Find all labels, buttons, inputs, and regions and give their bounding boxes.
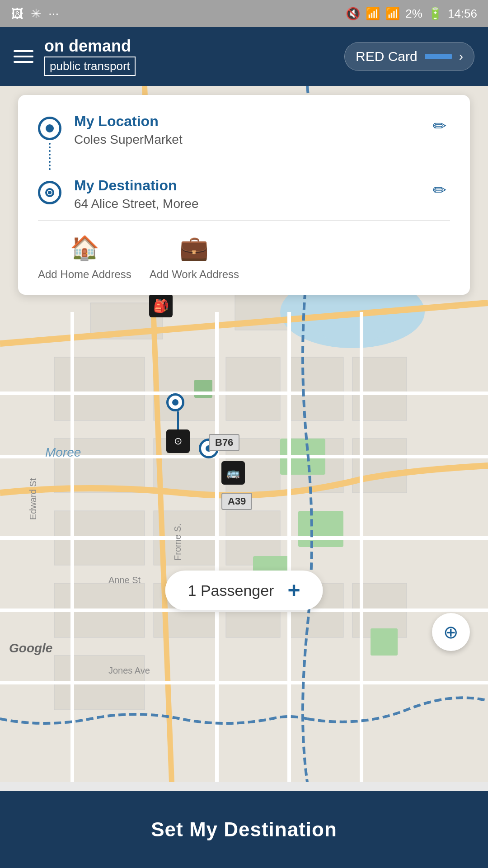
edit-destination-icon[interactable]: ✏ xyxy=(429,177,450,203)
pin-bag-icon: 🎒 xyxy=(149,294,173,317)
map-area[interactable]: Edward St Anne St Frome S. Jones Ave Mor… xyxy=(0,86,488,782)
svg-rect-20 xyxy=(226,357,280,420)
add-home-label: Add Home Address xyxy=(38,267,131,281)
crosshair-icon: ⊕ xyxy=(443,622,459,642)
google-label: Google xyxy=(9,641,52,655)
brand-top-text: on demand xyxy=(44,37,136,55)
battery-icon: 🔋 xyxy=(428,7,442,21)
brand-logo: on demand public transport xyxy=(44,37,136,76)
passenger-counter[interactable]: 1 Passenger + xyxy=(165,571,323,610)
brand-bottom-text: public transport xyxy=(44,57,136,76)
svg-text:Jones Ave: Jones Ave xyxy=(108,665,150,675)
current-location-button[interactable]: ⊕ xyxy=(432,613,470,651)
chevron-right-icon: › xyxy=(459,49,463,64)
passenger-add-button[interactable]: + xyxy=(287,580,300,601)
status-right: 🔇 📶 📶 2% 🔋 14:56 xyxy=(346,7,477,21)
pin-stem-lower xyxy=(177,411,179,429)
google-watermark: Google xyxy=(9,641,52,656)
work-icon: 💼 xyxy=(179,234,209,262)
destination-dot-ring xyxy=(45,188,54,197)
add-home-button[interactable]: 🏠 Add Home Address xyxy=(38,234,131,281)
my-destination-label: My Destination xyxy=(74,177,417,194)
my-location-text: My Location Coles SuperMarket xyxy=(74,113,417,147)
edit-location-icon[interactable]: ✏ xyxy=(429,113,450,139)
gallery-icon: 🖼 xyxy=(11,6,23,21)
pin-dot-lower xyxy=(166,393,184,411)
location-card: My Location Coles SuperMarket ✏ My Desti… xyxy=(18,95,470,295)
pin-dot-inner-lower xyxy=(172,399,178,406)
svg-text:Anne St: Anne St xyxy=(108,575,141,585)
battery-text: 2% xyxy=(405,7,422,21)
set-destination-button[interactable]: Set My Destination xyxy=(0,791,488,868)
status-bar: 🖼 ✳ ··· 🔇 📶 📶 2% 🔋 14:56 xyxy=(0,0,488,27)
svg-rect-35 xyxy=(371,628,398,656)
pin-bag-icon-lower: ⊙ xyxy=(166,429,190,453)
my-location-value: Coles SuperMarket xyxy=(74,132,417,147)
svg-text:Frome S.: Frome S. xyxy=(173,524,183,561)
b76-label: B76 xyxy=(215,437,233,448)
svg-text:Edward St: Edward St xyxy=(28,478,38,520)
clock: 14:56 xyxy=(448,7,477,21)
wifi-icon: ✳ xyxy=(31,6,41,21)
bus-pin: 🚌 xyxy=(221,461,245,485)
my-location-label: My Location xyxy=(74,113,417,130)
svg-text:Moree: Moree xyxy=(45,445,81,459)
bag-icon: 🎒 xyxy=(153,298,169,313)
add-work-button[interactable]: 💼 Add Work Address xyxy=(150,234,239,281)
wifi-signal-icon: 📶 xyxy=(366,7,380,21)
origin-dot-inner xyxy=(46,124,54,132)
quick-actions: 🏠 Add Home Address 💼 Add Work Address xyxy=(38,230,450,281)
my-destination-text: My Destination 64 Alice Street, Moree xyxy=(74,177,417,211)
mute-icon: 🔇 xyxy=(346,7,360,21)
card-divider xyxy=(38,220,450,221)
cell-signal-icon: 📶 xyxy=(385,7,400,21)
my-destination-row: My Destination 64 Alice Street, Moree ✏ xyxy=(38,177,450,211)
add-work-label: Add Work Address xyxy=(150,267,239,281)
location-icon-column xyxy=(38,113,61,173)
map-pin-lower: ⊙ xyxy=(166,393,190,453)
set-destination-label: Set My Destination xyxy=(151,818,337,841)
red-card-label: RED Card xyxy=(356,49,418,64)
menu-icon: ··· xyxy=(48,6,59,21)
bus-icon: 🚌 xyxy=(221,461,245,485)
route-line xyxy=(49,143,51,170)
red-card-button[interactable]: RED Card › xyxy=(344,42,474,71)
origin-dot xyxy=(38,117,61,140)
destination-dot xyxy=(38,181,61,204)
svg-rect-33 xyxy=(298,511,343,547)
header-left: on demand public transport xyxy=(14,37,136,76)
home-icon: 🏠 xyxy=(70,234,99,262)
destination-dot-ring-inner xyxy=(48,191,52,194)
red-card-bar xyxy=(425,54,452,59)
a39-label: A39 xyxy=(228,495,246,507)
hamburger-button[interactable] xyxy=(14,50,33,63)
bag-icon-lower: ⊙ xyxy=(174,435,182,447)
status-left: 🖼 ✳ ··· xyxy=(11,6,59,21)
my-destination-value: 64 Alice Street, Moree xyxy=(74,197,417,211)
my-location-row: My Location Coles SuperMarket ✏ xyxy=(38,113,450,173)
a39-badge: A39 xyxy=(221,493,252,510)
b76-badge: B76 xyxy=(209,434,239,451)
app-header: on demand public transport RED Card › xyxy=(0,27,488,86)
passenger-count-text: 1 Passenger xyxy=(188,582,274,599)
svg-rect-11 xyxy=(54,357,145,420)
destination-icon-column xyxy=(38,177,61,204)
svg-rect-24 xyxy=(289,357,343,420)
